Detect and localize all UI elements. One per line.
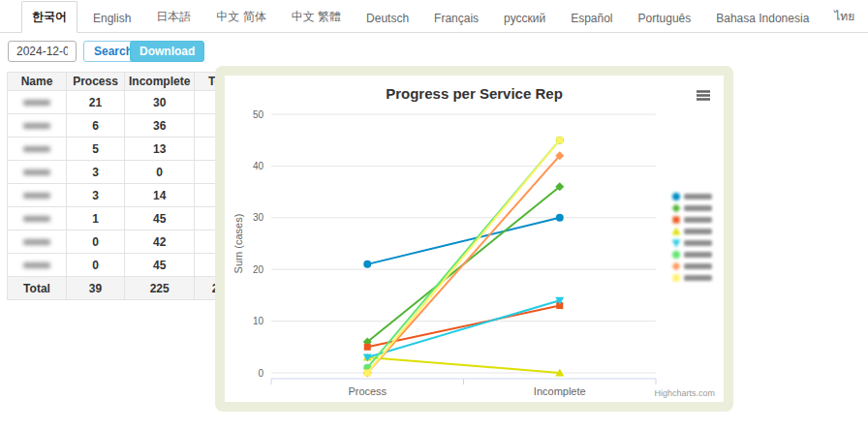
rep-name-cell [8, 254, 67, 277]
rep-name-cell [8, 207, 67, 230]
blurred-legend-label [684, 205, 712, 211]
highcharts-credit[interactable]: Highcharts.com [654, 388, 715, 398]
chart-panel: Progress per Service Rep01020304050Proce… [215, 66, 733, 412]
legend-item-2[interactable] [673, 217, 713, 224]
column-header-name: Name [8, 73, 67, 91]
language-tab-5[interactable]: Deutsch [356, 5, 418, 32]
process-cell: 0 [67, 230, 125, 254]
y-tick-label: 10 [253, 316, 264, 326]
incomplete-cell: 30 [125, 91, 195, 114]
table-row: 51318 [8, 138, 249, 161]
incomplete-cell: 45 [125, 254, 195, 277]
language-tab-7[interactable]: русский [494, 5, 555, 32]
blurred-legend-label [684, 240, 712, 246]
progress-chart-svg: Progress per Service Rep01020304050Proce… [225, 76, 724, 402]
legend-item-5[interactable] [672, 251, 712, 259]
table-row: 04545 [8, 254, 249, 277]
blurred-legend-label [684, 263, 712, 269]
incomplete-cell: 0 [125, 161, 195, 184]
language-tab-3[interactable]: 中文 简体 [206, 2, 275, 32]
blurred-name [23, 193, 50, 199]
table-total-row: Total39225264 [8, 277, 249, 300]
rep-name-cell [8, 91, 67, 114]
legend-item-0[interactable] [672, 193, 712, 200]
incomplete-cell: 36 [125, 114, 195, 138]
language-tab-9[interactable]: Português [629, 5, 701, 32]
blurred-name [23, 216, 50, 222]
incomplete-cell: 42 [125, 230, 195, 254]
blurred-legend-label [684, 194, 712, 200]
rep-name-cell [8, 230, 67, 254]
language-tab-6[interactable]: Français [424, 5, 488, 32]
legend-item-7[interactable] [673, 275, 713, 282]
language-tab-11[interactable]: ไทย [824, 0, 864, 32]
chart-title: Progress per Service Rep [386, 85, 563, 102]
total-incomplete: 225 [125, 277, 195, 300]
column-header-process: Process [67, 73, 125, 91]
blurred-name [23, 123, 50, 129]
language-tab-1[interactable]: English [83, 5, 140, 32]
table-row: 63642 [8, 114, 249, 138]
chart-menu-icon[interactable] [697, 92, 710, 100]
blurred-name [23, 146, 50, 152]
blurred-name [23, 262, 50, 268]
x-category-label: Process [348, 385, 387, 397]
blurred-legend-label [684, 275, 712, 281]
blurred-name [23, 169, 50, 175]
language-tab-2[interactable]: 日本語 [146, 2, 201, 32]
blurred-name [23, 239, 50, 245]
incomplete-cell: 13 [125, 138, 195, 161]
blurred-legend-label [684, 252, 712, 258]
process-cell: 5 [67, 138, 125, 161]
legend-item-3[interactable] [672, 228, 713, 235]
blurred-legend-label [684, 229, 712, 234]
rep-name-cell [8, 114, 67, 138]
blurred-legend-label [684, 217, 712, 223]
table-row: 14546 [8, 207, 249, 230]
y-axis-title: Sum (cases) [232, 214, 244, 274]
column-header-incomplete: Incomplete [125, 73, 195, 91]
blurred-name [23, 100, 50, 106]
total-label: Total [8, 277, 67, 300]
chart-area: Progress per Service Rep01020304050Proce… [225, 76, 724, 402]
process-cell: 0 [67, 254, 125, 277]
date-input[interactable] [8, 41, 77, 62]
table-row: 31417 [8, 184, 249, 207]
process-cell: 6 [67, 114, 125, 138]
chart-series-4 [363, 297, 565, 362]
y-tick-label: 40 [253, 161, 264, 171]
total-process: 39 [67, 277, 125, 300]
process-cell: 21 [67, 91, 125, 114]
y-tick-label: 30 [253, 212, 264, 223]
language-tab-10[interactable]: Bahasa Indonesia [706, 5, 819, 32]
x-category-label: Incomplete [534, 385, 586, 397]
rep-name-cell [8, 161, 67, 184]
legend-item-6[interactable] [672, 262, 713, 271]
language-tab-0[interactable]: 한국어 [21, 1, 78, 33]
y-tick-label: 20 [253, 264, 264, 275]
rep-name-cell [8, 184, 67, 207]
y-tick-label: 50 [253, 109, 264, 120]
y-tick-label: 0 [258, 368, 264, 379]
table-row: 213051 [8, 91, 249, 114]
chart-series-7 [364, 137, 564, 376]
language-tab-4[interactable]: 中文 繁體 [282, 2, 351, 32]
rep-name-cell [8, 138, 67, 161]
process-cell: 1 [67, 207, 125, 230]
table-row: 303 [8, 161, 249, 184]
process-cell: 3 [67, 161, 125, 184]
incomplete-cell: 45 [125, 207, 195, 230]
chart-series-6 [363, 151, 565, 377]
language-tabbar: 한국어English日本語中文 简体中文 繁體DeutschFrançaisру… [0, 0, 868, 33]
legend-item-4[interactable] [672, 240, 713, 248]
table-row: 04242 [8, 230, 249, 254]
table-header: NameProcessIncompleteTotal [8, 73, 249, 91]
chart-series-0 [363, 214, 564, 268]
service-rep-table: NameProcessIncompleteTotal 2130516364251… [7, 72, 249, 300]
language-tab-8[interactable]: Español [561, 5, 622, 32]
download-button[interactable]: Download [130, 41, 204, 62]
incomplete-cell: 14 [125, 184, 195, 207]
legend-item-1[interactable] [672, 204, 713, 213]
process-cell: 3 [67, 184, 125, 207]
